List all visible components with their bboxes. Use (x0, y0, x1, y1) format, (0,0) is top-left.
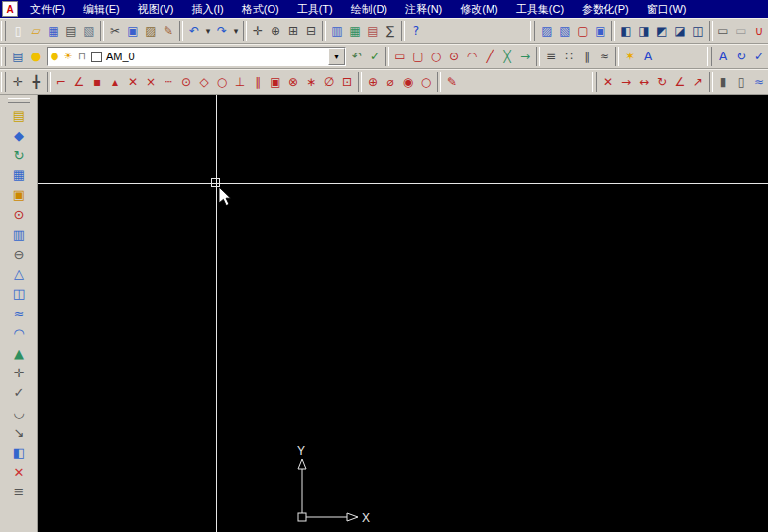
detail-view-icon[interactable]: ▦ (9, 164, 29, 184)
save-icon[interactable]: ▦ (45, 22, 62, 40)
snap-apparent-intersection-icon[interactable]: × (142, 73, 160, 91)
hatch-icon[interactable]: ▨ (538, 22, 556, 40)
parallel-lines-icon[interactable]: ∥ (578, 48, 596, 65)
layer-light-icon[interactable]: ● (27, 48, 45, 65)
hole-chart-icon[interactable]: ◉ (399, 73, 417, 91)
annotation-scale-icon[interactable]: A (714, 48, 732, 65)
boundary-icon[interactable]: ▢ (574, 22, 592, 40)
ungroup-icon[interactable]: ▭ (732, 22, 750, 40)
snap-insert-icon[interactable]: ▣ (267, 73, 284, 91)
circle-icon[interactable]: ○ (427, 48, 445, 65)
open-file-icon[interactable]: ▱ (27, 22, 45, 40)
mech-browser-icon[interactable]: ▤ (9, 105, 29, 125)
fea-icon[interactable]: ▲ (9, 343, 29, 363)
toolbar-grip[interactable] (530, 21, 535, 41)
balloon-icon[interactable]: ⊙ (9, 204, 29, 224)
zoom-previous-icon[interactable]: ⊟ (302, 22, 320, 40)
bearing-icon[interactable]: ◫ (9, 283, 29, 303)
design-center-icon[interactable]: ▦ (346, 22, 364, 40)
quick-calc-icon[interactable]: ∑ (382, 22, 399, 40)
angle-icon[interactable]: ∠ (671, 73, 689, 91)
centerline-tool-icon[interactable]: ✛ (9, 363, 29, 382)
snap-parallel-icon[interactable]: ∥ (249, 73, 267, 91)
power-erase-icon[interactable]: ✕ (600, 73, 617, 91)
undo-dropdown-icon[interactable]: ▾ (203, 22, 213, 40)
draw-order-front-icon[interactable]: ◧ (617, 22, 635, 40)
osnap-magnet-icon[interactable]: ∪ (750, 22, 768, 40)
toolbar-grip[interactable] (707, 47, 712, 66)
pan-icon[interactable]: ✛ (249, 22, 267, 40)
ray-icon[interactable]: → (516, 48, 534, 65)
menu-draw[interactable]: 绘制(D) (342, 2, 396, 17)
draw-order-back-icon[interactable]: ◨ (635, 22, 653, 40)
menu-edit[interactable]: 编辑(E) (74, 2, 129, 17)
snap-intersection-icon[interactable]: ✕ (124, 73, 142, 91)
toolbar-grip[interactable] (1, 47, 6, 66)
menu-annotate[interactable]: 注释(N) (396, 2, 451, 17)
spring-icon[interactable]: ≈ (9, 303, 29, 323)
leader-icon[interactable]: ↘ (9, 422, 29, 442)
menu-file[interactable]: 文件(F) (21, 2, 74, 17)
menu-parametric[interactable]: 参数化(P) (573, 2, 638, 17)
toolbar-grip[interactable] (1, 72, 6, 92)
menu-modify[interactable]: 修改(M) (451, 2, 507, 17)
move-icon[interactable]: → (617, 73, 635, 91)
toolbar-grip[interactable] (592, 72, 597, 92)
measure-icon[interactable]: ↔ (635, 73, 653, 91)
draw-order-above-icon[interactable]: ◩ (653, 22, 671, 40)
plot-icon[interactable]: ▤ (62, 22, 80, 40)
circle-center-icon[interactable]: ⊙ (445, 48, 463, 65)
gradient-icon[interactable]: ▧ (556, 22, 574, 40)
layer-properties-icon[interactable]: ▤ (9, 48, 27, 65)
arc-icon[interactable]: ◠ (463, 48, 481, 65)
centerline-icon[interactable]: ⌀ (382, 73, 399, 91)
snap-center-icon[interactable]: ⊙ (177, 73, 195, 91)
text-style-icon[interactable]: A (639, 48, 657, 65)
layer-dropdown-arrow[interactable]: ▼ (328, 48, 345, 65)
power-dimension-icon[interactable]: ◆ (9, 125, 29, 145)
menu-insert[interactable]: 插入(I) (182, 2, 232, 17)
section-line-icon[interactable]: ≡ (542, 48, 560, 65)
layer-dropdown[interactable]: ●☀⊓ AM_0 ▼ (47, 47, 346, 66)
rounded-rectangle-icon[interactable]: ▢ (409, 48, 427, 65)
menu-window[interactable]: 窗口(W) (638, 2, 696, 17)
title-border-icon[interactable]: ▣ (9, 184, 29, 204)
layer-previous-icon[interactable]: ↶ (348, 48, 366, 65)
cut-icon[interactable]: ✂ (106, 22, 124, 40)
power-recall-icon[interactable]: ↻ (9, 145, 29, 164)
menu-view[interactable]: 视图(V) (129, 2, 183, 17)
zoom-window-icon[interactable]: ⊞ (284, 22, 302, 40)
help-icon[interactable]: ? (407, 22, 425, 40)
tool-palettes-icon[interactable]: ▤ (364, 22, 382, 40)
screw-connection-icon[interactable]: ⊖ (9, 244, 29, 264)
snap-nearest-icon[interactable]: ∗ (302, 73, 320, 91)
construction-line-icon[interactable]: ╳ (498, 48, 516, 65)
snap-point-icon[interactable]: ✛ (9, 73, 27, 91)
parts-list-icon[interactable]: ▥ (9, 224, 29, 244)
wipeout-icon[interactable]: ≈ (750, 73, 768, 91)
snap-none-icon[interactable]: ∅ (320, 73, 338, 91)
new-file-icon[interactable]: ▯ (9, 22, 27, 40)
center-mark-icon[interactable]: ⊕ (364, 73, 382, 91)
snap-endpoint-icon[interactable]: ▪ (88, 73, 106, 91)
snap-quadrant-icon[interactable]: ◇ (195, 73, 213, 91)
snap-extension-icon[interactable]: ┄ (160, 73, 177, 91)
snap-perpendicular-icon[interactable]: ⊥ (231, 73, 249, 91)
paste-icon[interactable]: ▨ (142, 22, 160, 40)
snap-from-icon[interactable]: ∠ (70, 73, 88, 91)
spell-check-icon[interactable]: ✓ (750, 48, 768, 65)
match-properties-icon[interactable]: ✎ (160, 22, 177, 40)
toolbar-grip[interactable] (1, 21, 6, 41)
toolbar-grip[interactable] (8, 98, 30, 103)
construction-circle-icon[interactable]: ○ (417, 73, 435, 91)
menu-format[interactable]: 格式(O) (233, 2, 288, 17)
redo-icon[interactable]: ↷ (213, 22, 231, 40)
draw-order-below-icon[interactable]: ◪ (671, 22, 689, 40)
undo-icon[interactable]: ↶ (185, 22, 203, 40)
detail-pencil-icon[interactable]: ✎ (443, 73, 461, 91)
menu-toolsets[interactable]: 工具集(C) (507, 2, 573, 17)
layer-freeze-sun-icon[interactable]: ☀ (61, 50, 75, 63)
hide-section-icon[interactable]: ◧ (9, 442, 29, 462)
osnap-settings-icon[interactable]: ⊡ (338, 73, 356, 91)
zigzag-line-icon[interactable]: ≈ (596, 48, 613, 65)
